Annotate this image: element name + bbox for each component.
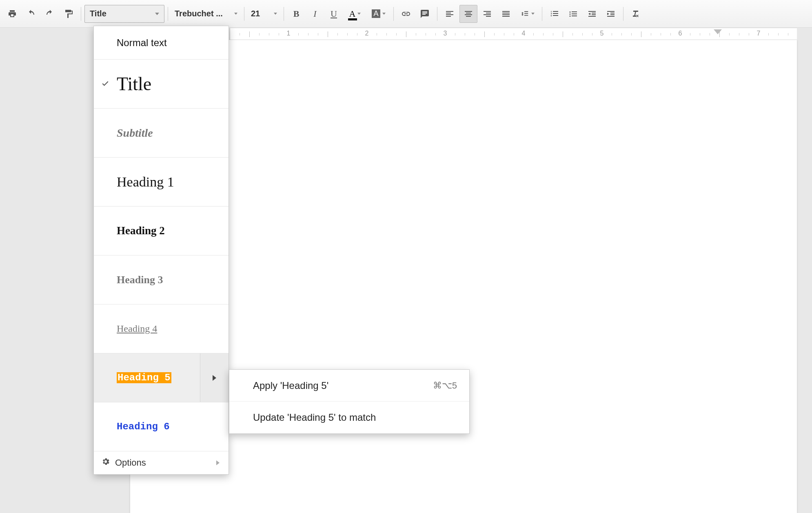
redo-button[interactable] bbox=[41, 5, 59, 23]
style-item-label: Heading 5 bbox=[117, 372, 171, 383]
align-center-button[interactable] bbox=[459, 5, 477, 23]
ruler-tick bbox=[484, 31, 485, 37]
text-color-button[interactable]: A bbox=[344, 5, 366, 23]
text-color-icon: A bbox=[349, 9, 356, 19]
ruler-tick bbox=[230, 33, 230, 36]
ruler-tick bbox=[563, 31, 563, 37]
separator bbox=[244, 7, 244, 21]
separator bbox=[623, 7, 623, 21]
submenu-apply-heading-5[interactable]: Apply 'Heading 5' ⌘⌥5 bbox=[229, 370, 469, 402]
increase-indent-button[interactable] bbox=[602, 5, 620, 23]
ruler-number: 3 bbox=[444, 30, 447, 37]
style-item-heading-2[interactable]: Heading 2 bbox=[94, 207, 229, 255]
ruler-tick bbox=[788, 33, 788, 36]
check-icon bbox=[101, 79, 109, 89]
insert-comment-button[interactable] bbox=[416, 5, 434, 23]
ruler-tick bbox=[347, 33, 348, 36]
style-options-button[interactable]: Options bbox=[94, 451, 229, 474]
paint-format-icon bbox=[64, 9, 73, 19]
style-item-title[interactable]: Title bbox=[94, 60, 229, 109]
align-left-icon bbox=[445, 9, 455, 19]
caret-down-icon bbox=[531, 13, 535, 15]
increase-indent-icon bbox=[606, 9, 616, 19]
undo-button[interactable] bbox=[22, 5, 40, 23]
ruler-tick bbox=[641, 31, 641, 37]
ruler-tick bbox=[729, 33, 730, 36]
styles-menu: Normal text Title Subtitle Heading 1 Hea… bbox=[93, 26, 229, 475]
decrease-indent-button[interactable] bbox=[583, 5, 601, 23]
style-item-label: Heading 2 bbox=[117, 224, 165, 237]
clear-formatting-button[interactable] bbox=[627, 5, 645, 23]
style-item-label: Heading 3 bbox=[117, 274, 163, 286]
submenu-shortcut: ⌘⌥5 bbox=[433, 380, 457, 391]
align-right-button[interactable] bbox=[478, 5, 496, 23]
italic-button[interactable]: I bbox=[306, 5, 324, 23]
submenu-item-label: Apply 'Heading 5' bbox=[253, 380, 328, 391]
bold-button[interactable]: B bbox=[287, 5, 305, 23]
ruler-tick bbox=[377, 33, 377, 36]
underline-button[interactable]: U bbox=[325, 5, 343, 23]
bulleted-list-icon bbox=[568, 9, 578, 19]
align-center-icon bbox=[464, 9, 473, 19]
style-item-label: Subtitle bbox=[117, 127, 153, 140]
style-item-heading-5[interactable]: Heading 5 bbox=[94, 353, 229, 402]
ruler-tick bbox=[504, 33, 504, 36]
chevron-right-icon bbox=[213, 375, 216, 381]
heading5-submenu: Apply 'Heading 5' ⌘⌥5 Update 'Heading 5'… bbox=[229, 369, 470, 434]
ruler-tick bbox=[514, 33, 514, 36]
underline-icon: U bbox=[331, 9, 337, 19]
separator bbox=[393, 7, 394, 21]
align-justify-button[interactable] bbox=[497, 5, 515, 23]
page-column: 1 2 3 4 5 6 7 bbox=[130, 28, 797, 513]
text-color-swatch bbox=[348, 18, 357, 20]
ruler-tick bbox=[690, 33, 690, 36]
ruler-tick bbox=[426, 33, 426, 36]
ruler[interactable]: 1 2 3 4 5 6 7 bbox=[130, 28, 797, 40]
separator bbox=[168, 7, 168, 21]
style-item-heading-4[interactable]: Heading 4 bbox=[94, 304, 229, 353]
style-item-heading-3[interactable]: Heading 3 bbox=[94, 255, 229, 304]
numbered-list-button[interactable] bbox=[546, 5, 564, 23]
paint-format-button[interactable] bbox=[60, 5, 78, 23]
style-options-label: Options bbox=[115, 457, 146, 468]
bulleted-list-button[interactable] bbox=[564, 5, 582, 23]
separator bbox=[81, 7, 81, 21]
caret-down-icon bbox=[234, 13, 237, 15]
ruler-tick bbox=[612, 33, 612, 36]
right-indent-marker[interactable] bbox=[714, 29, 722, 34]
ruler-tick bbox=[298, 33, 299, 36]
style-item-normal-text[interactable]: Normal text bbox=[94, 26, 229, 60]
styles-combo[interactable]: Title bbox=[84, 5, 164, 23]
ruler-tick bbox=[719, 31, 720, 37]
style-item-heading-1[interactable]: Heading 1 bbox=[94, 158, 229, 207]
font-combo[interactable]: Trebuchet ... bbox=[171, 5, 241, 23]
style-item-submenu-arrow[interactable] bbox=[200, 353, 229, 402]
submenu-update-heading-5[interactable]: Update 'Heading 5' to match bbox=[229, 402, 469, 433]
toolbar: Title Trebuchet ... 21 B I U A A bbox=[0, 0, 812, 28]
style-item-subtitle[interactable]: Subtitle bbox=[94, 109, 229, 158]
link-icon bbox=[401, 9, 411, 19]
ruler-tick bbox=[749, 33, 749, 36]
caret-down-icon bbox=[274, 13, 277, 15]
print-button[interactable] bbox=[3, 5, 21, 23]
align-justify-icon bbox=[501, 9, 511, 19]
ruler-tick bbox=[249, 31, 250, 37]
ruler-number: 5 bbox=[600, 30, 604, 37]
ruler-tick bbox=[465, 33, 465, 36]
style-item-heading-6[interactable]: Heading 6 bbox=[94, 402, 229, 451]
highlight-button[interactable]: A bbox=[367, 5, 390, 23]
align-left-button[interactable] bbox=[441, 5, 459, 23]
ruler-tick bbox=[328, 31, 328, 37]
line-spacing-button[interactable] bbox=[516, 5, 539, 23]
font-size-combo[interactable]: 21 bbox=[248, 5, 280, 23]
submenu-item-label: Update 'Heading 5' to match bbox=[253, 412, 376, 423]
numbered-list-icon bbox=[550, 9, 559, 19]
insert-link-button[interactable] bbox=[397, 5, 415, 23]
ruler-tick bbox=[700, 33, 700, 36]
separator bbox=[437, 7, 437, 21]
document-page[interactable] bbox=[130, 40, 797, 513]
ruler-tick bbox=[710, 33, 710, 36]
style-item-label: Heading 1 bbox=[117, 174, 174, 190]
ruler-tick bbox=[670, 33, 671, 36]
ruler-tick bbox=[337, 33, 338, 36]
